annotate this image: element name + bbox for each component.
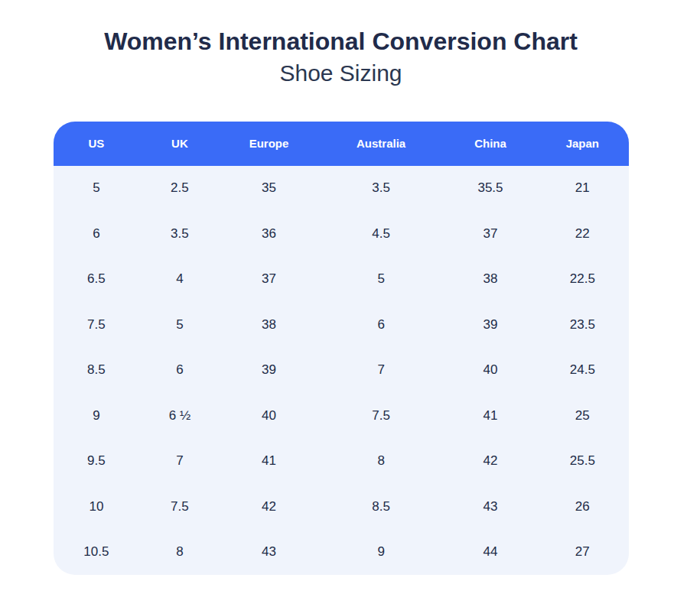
table-cell: 7 bbox=[139, 439, 220, 485]
table-cell: 35.5 bbox=[444, 166, 536, 212]
table-cell: 38 bbox=[444, 257, 536, 303]
table-row: 8.563974024.5 bbox=[54, 348, 629, 394]
table-cell: 6 bbox=[317, 302, 444, 348]
table-row: 10.584394427 bbox=[54, 530, 629, 576]
table-cell: 43 bbox=[444, 484, 536, 530]
table-cell: 42 bbox=[220, 484, 318, 530]
table-cell: 42 bbox=[444, 439, 536, 485]
table-cell: 26 bbox=[536, 484, 628, 530]
table-cell: 3.5 bbox=[317, 166, 444, 212]
table-cell: 38 bbox=[220, 302, 318, 348]
table-cell: 21 bbox=[536, 166, 628, 212]
conversion-table-card: USUKEuropeAustraliaChinaJapan 52.5353.53… bbox=[54, 122, 629, 576]
table-cell: 27 bbox=[536, 530, 628, 576]
table-cell: 5 bbox=[139, 302, 220, 348]
column-header-europe: Europe bbox=[220, 122, 318, 166]
table-cell: 3.5 bbox=[139, 211, 220, 257]
table-cell: 7 bbox=[317, 348, 444, 394]
column-header-japan: Japan bbox=[536, 122, 628, 166]
table-cell: 10 bbox=[54, 484, 140, 530]
column-header-australia: Australia bbox=[317, 122, 444, 166]
table-cell: 5 bbox=[317, 257, 444, 303]
page-title: Women’s International Conversion Chart bbox=[0, 26, 682, 58]
table-cell: 36 bbox=[220, 211, 318, 257]
table-cell: 4.5 bbox=[317, 211, 444, 257]
conversion-table: USUKEuropeAustraliaChinaJapan 52.5353.53… bbox=[54, 122, 629, 576]
table-cell: 22.5 bbox=[536, 257, 628, 303]
table-cell: 39 bbox=[444, 302, 536, 348]
table-cell: 8.5 bbox=[317, 484, 444, 530]
table-cell: 43 bbox=[220, 530, 318, 576]
table-cell: 9 bbox=[54, 393, 140, 439]
table-cell: 23.5 bbox=[536, 302, 628, 348]
table-cell: 9 bbox=[317, 530, 444, 576]
table-row: 6.543753822.5 bbox=[54, 257, 629, 303]
table-row: 52.5353.535.521 bbox=[54, 166, 629, 212]
table-cell: 7.5 bbox=[54, 302, 140, 348]
table-cell: 25.5 bbox=[536, 439, 628, 485]
table-cell: 22 bbox=[536, 211, 628, 257]
table-cell: 5 bbox=[54, 166, 140, 212]
table-cell: 10.5 bbox=[54, 530, 140, 576]
table-row: 63.5364.53722 bbox=[54, 211, 629, 257]
table-cell: 35 bbox=[220, 166, 318, 212]
table-cell: 6 bbox=[54, 211, 140, 257]
table-cell: 40 bbox=[444, 348, 536, 394]
table-row: 7.553863923.5 bbox=[54, 302, 629, 348]
table-cell: 7.5 bbox=[317, 393, 444, 439]
page-subtitle: Shoe Sizing bbox=[0, 58, 682, 88]
table-cell: 41 bbox=[220, 439, 318, 485]
table-row: 96 ½407.54125 bbox=[54, 393, 629, 439]
table-cell: 40 bbox=[220, 393, 318, 439]
table-header-row: USUKEuropeAustraliaChinaJapan bbox=[54, 122, 629, 166]
table-cell: 7.5 bbox=[139, 484, 220, 530]
table-cell: 4 bbox=[139, 257, 220, 303]
column-header-china: China bbox=[444, 122, 536, 166]
table-cell: 6 ½ bbox=[139, 393, 220, 439]
table-cell: 39 bbox=[220, 348, 318, 394]
column-header-uk: UK bbox=[139, 122, 220, 166]
table-cell: 9.5 bbox=[54, 439, 140, 485]
table-cell: 37 bbox=[220, 257, 318, 303]
column-header-us: US bbox=[54, 122, 140, 166]
table-header: USUKEuropeAustraliaChinaJapan bbox=[54, 122, 629, 166]
table-cell: 8 bbox=[139, 530, 220, 576]
table-cell: 6 bbox=[139, 348, 220, 394]
table-body: 52.5353.535.52163.5364.537226.543753822.… bbox=[54, 166, 629, 576]
table-cell: 6.5 bbox=[54, 257, 140, 303]
table-cell: 24.5 bbox=[536, 348, 628, 394]
table-row: 107.5428.54326 bbox=[54, 484, 629, 530]
page: Women’s International Conversion Chart S… bbox=[0, 0, 682, 575]
table-cell: 25 bbox=[536, 393, 628, 439]
table-cell: 8 bbox=[317, 439, 444, 485]
table-cell: 41 bbox=[444, 393, 536, 439]
table-cell: 44 bbox=[444, 530, 536, 576]
table-cell: 2.5 bbox=[139, 166, 220, 212]
table-cell: 8.5 bbox=[54, 348, 140, 394]
table-row: 9.574184225.5 bbox=[54, 439, 629, 485]
table-cell: 37 bbox=[444, 211, 536, 257]
